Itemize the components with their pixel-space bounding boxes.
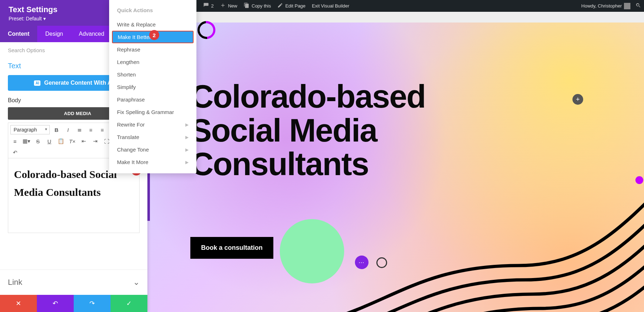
tab-advanced[interactable]: Advanced [71,26,112,42]
qa-item-label: Make It More [117,159,148,165]
indent-button[interactable]: ⇥ [91,137,100,146]
pencil-icon [277,3,283,9]
save-button[interactable]: ✓ [111,295,147,312]
qa-item-label: Write & Replace [117,21,156,28]
hero-headline[interactable]: Colorado-based Social Media Consultants [190,80,441,181]
generate-ai-label: Generate Content With AI [44,80,113,86]
avatar [624,3,630,9]
search-icon[interactable] [635,3,641,9]
paste-button[interactable]: 📋 [56,137,65,146]
cancel-button[interactable]: ✕ [0,295,37,312]
adminbar-exit[interactable]: Exit Visual Builder [312,3,350,9]
link-label: Link [8,278,22,287]
howdy-text: Howdy, Christopher [581,3,622,9]
hero-section[interactable]: Colorado-based Social Media Consultants … [147,23,644,312]
ai-icon: AI [34,80,40,86]
qa-item-rewrite-for[interactable]: Rewrite For▶ [109,118,196,131]
adminbar-copy-label: Copy this [252,3,271,9]
link-section-toggle[interactable]: Link ⌄ [0,269,147,295]
adminbar-account[interactable]: Howdy, Christopher [581,3,630,9]
comments-count: 2 [211,3,214,9]
comment-icon [203,3,209,9]
plus-icon [220,3,226,9]
builder-fab[interactable]: ⋯ [355,256,369,269]
table-button[interactable]: ▦▾ [22,137,31,146]
underline-button[interactable]: U [45,137,54,146]
adminbar-new-label: New [228,3,237,9]
qa-item-label: Change Tone [117,147,149,153]
format-select[interactable]: Paragraph [10,125,50,134]
adminbar-comments[interactable]: 2 [203,3,214,9]
undo-button[interactable]: ↶ [10,148,20,157]
quick-actions-menu: Quick Actions Write & ReplaceMake It Bet… [109,0,196,173]
qa-item-label: Translate [117,134,139,140]
cta-button[interactable]: Book a consultation [190,237,273,259]
adminbar-exit-label: Exit Visual Builder [312,3,350,9]
qa-item-label: Lengthen [117,59,140,65]
qa-item-fix-spelling-grammar[interactable]: Fix Spelling & Grammar [109,106,196,118]
tab-design[interactable]: Design [37,26,71,42]
qa-item-label: Fix Spelling & Grammar [117,109,174,115]
add-section-button[interactable]: + [572,94,583,105]
chevron-right-icon: ▶ [185,122,189,127]
logo-swirl-icon [194,18,219,43]
undo-footer-button[interactable]: ↶ [37,295,74,312]
ring-decoration [376,257,387,268]
qa-item-label: Rewrite For [117,122,145,128]
qa-item-make-it-more[interactable]: Make It More▶ [109,156,196,168]
qa-item-write-replace[interactable]: Write & Replace [109,18,196,31]
preset-value: Default [26,16,42,21]
qa-item-simplify[interactable]: Simplify [109,81,196,93]
adminbar-edit[interactable]: Edit Page [277,3,305,9]
chevron-down-icon: ⌄ [133,278,140,287]
qa-item-label: Paraphrase [117,96,145,103]
qa-item-label: Simplify [117,84,136,90]
numbered-list-button[interactable]: ≡ [86,125,96,134]
redo-footer-button[interactable]: ↷ [74,295,111,312]
qa-item-change-tone[interactable]: Change Tone▶ [109,143,196,156]
align-justify-button[interactable]: ≡ [10,137,20,146]
clear-format-button[interactable]: T× [68,137,77,146]
strikethrough-button[interactable]: S [33,137,43,146]
qa-item-translate[interactable]: Translate▶ [109,131,196,143]
outdent-button[interactable]: ⇤ [79,137,88,146]
chevron-right-icon: ▶ [185,147,189,152]
canvas-preview: Colorado-based Social Media Consultants … [147,12,644,312]
qa-item-paraphrase[interactable]: Paraphrase [109,93,196,106]
adminbar-new[interactable]: New [220,3,237,9]
qa-item-shorten[interactable]: Shorten [109,68,196,81]
mint-circle-decoration [280,219,344,283]
annotation-badge-2: 2 [149,30,159,40]
preset-label: Preset: [9,16,24,21]
adminbar-edit-label: Edit Page [285,3,305,9]
italic-button[interactable]: I [63,125,73,134]
bullet-list-button[interactable]: ≣ [75,125,84,134]
chevron-right-icon: ▶ [185,160,189,165]
bold-button[interactable]: B [52,125,61,134]
qa-item-label: Shorten [117,71,136,78]
tab-content[interactable]: Content [0,26,37,42]
magenta-dot-decoration [635,176,643,184]
qa-item-label: Make It Better [118,34,151,40]
panel-footer: ✕ ↶ ↷ ✓ [0,295,147,312]
qa-item-label: Rephrase [117,46,140,53]
chevron-down-icon: ▾ [43,16,46,21]
align-left-button[interactable]: ≡ [98,125,107,134]
qa-item-rephrase[interactable]: Rephrase [109,43,196,56]
copy-icon [244,3,249,9]
adminbar-copy[interactable]: Copy this [244,3,271,9]
chevron-right-icon: ▶ [185,135,189,140]
quick-actions-heading: Quick Actions [109,4,196,18]
qa-item-lengthen[interactable]: Lengthen [109,56,196,68]
